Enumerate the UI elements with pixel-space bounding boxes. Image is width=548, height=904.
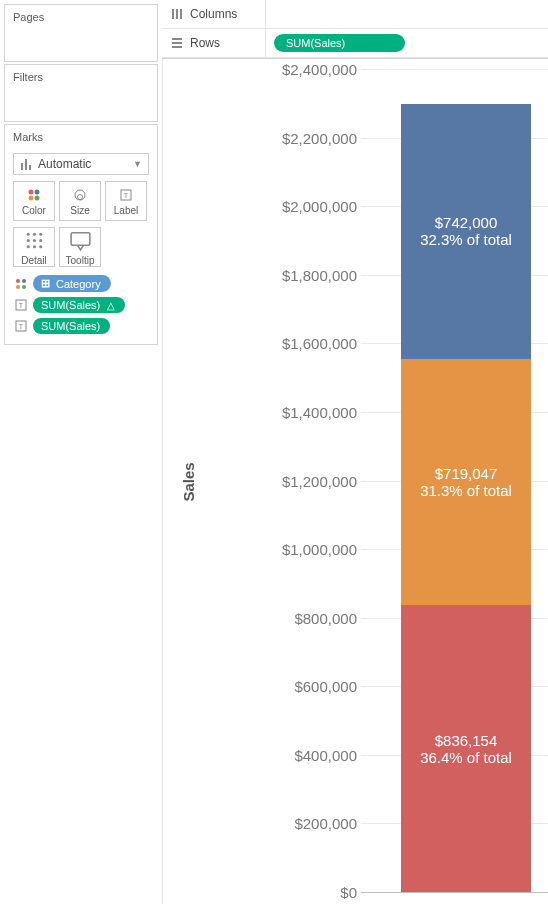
bar-segment[interactable]: $836,15436.4% of total xyxy=(401,605,531,892)
size-icon xyxy=(72,187,88,203)
segment-value: $836,154 xyxy=(435,732,498,749)
y-tick-label: $400,000 xyxy=(294,746,357,763)
svg-point-3 xyxy=(29,189,34,194)
svg-rect-29 xyxy=(172,9,174,19)
color-button[interactable]: Color xyxy=(13,181,55,221)
y-tick-label: $2,000,000 xyxy=(282,198,357,215)
segment-percent: 32.3% of total xyxy=(420,231,512,248)
columns-shelf[interactable]: Columns xyxy=(162,0,548,29)
svg-point-19 xyxy=(39,245,42,248)
right-panel: Columns Rows SUM(Sales) Sales $0$200,000… xyxy=(162,0,548,904)
svg-point-4 xyxy=(35,189,40,194)
svg-point-8 xyxy=(78,194,83,199)
rows-shelf[interactable]: Rows SUM(Sales) xyxy=(162,28,548,58)
svg-rect-31 xyxy=(180,9,182,19)
delta-icon: △ xyxy=(107,300,115,311)
segment-percent: 31.3% of total xyxy=(420,482,512,499)
svg-point-21 xyxy=(16,279,20,283)
svg-point-13 xyxy=(39,233,42,236)
detail-icon xyxy=(22,228,47,253)
svg-rect-34 xyxy=(172,46,182,48)
segment-value: $719,047 xyxy=(435,465,498,482)
svg-rect-0 xyxy=(21,163,23,170)
svg-point-24 xyxy=(22,285,26,289)
stacked-bar[interactable]: $836,15436.4% of total$719,04731.3% of t… xyxy=(401,104,531,892)
svg-rect-32 xyxy=(172,38,182,40)
y-tick-label: $1,800,000 xyxy=(282,266,357,283)
pages-title: Pages xyxy=(5,5,157,29)
svg-rect-33 xyxy=(172,42,182,44)
label-icon: T xyxy=(13,318,29,334)
label-button[interactable]: T Label xyxy=(105,181,147,221)
bar-icon xyxy=(20,157,34,171)
tooltip-icon xyxy=(68,228,93,253)
y-tick-label: $2,400,000 xyxy=(282,61,357,78)
y-tick-label: $200,000 xyxy=(294,815,357,832)
svg-text:T: T xyxy=(19,302,24,309)
rows-icon xyxy=(170,36,184,50)
marks-card: Marks Automatic ▼ Color Size T Label xyxy=(4,124,158,345)
detail-button[interactable]: Detail xyxy=(13,227,55,267)
svg-rect-20 xyxy=(71,233,90,246)
label-icon: T xyxy=(118,187,134,203)
left-sidebar: Pages Filters Marks Automatic ▼ Color Si… xyxy=(0,0,162,904)
svg-point-14 xyxy=(26,239,29,242)
svg-point-5 xyxy=(29,195,34,200)
y-tick-label: $1,400,000 xyxy=(282,403,357,420)
size-button[interactable]: Size xyxy=(59,181,101,221)
segment-value: $742,000 xyxy=(435,214,498,231)
marks-title: Marks xyxy=(5,125,157,149)
columns-label: Columns xyxy=(190,7,237,21)
y-tick-label: $1,600,000 xyxy=(282,335,357,352)
filters-title: Filters xyxy=(5,65,157,89)
marks-type-dropdown[interactable]: Automatic ▼ xyxy=(13,153,149,175)
filters-card[interactable]: Filters xyxy=(4,64,158,122)
svg-point-17 xyxy=(26,245,29,248)
pages-card[interactable]: Pages xyxy=(4,4,158,62)
chevron-down-icon: ▼ xyxy=(133,159,142,169)
svg-point-15 xyxy=(32,239,35,242)
rows-pill-sumsales[interactable]: SUM(Sales) xyxy=(274,34,405,52)
shelves: Columns Rows SUM(Sales) xyxy=(162,0,548,59)
rows-drop-zone[interactable]: SUM(Sales) xyxy=(266,34,548,52)
svg-point-18 xyxy=(32,245,35,248)
chart-area[interactable]: Sales $0$200,000$400,000$600,000$800,000… xyxy=(162,59,548,904)
rows-label: Rows xyxy=(190,36,220,50)
y-tick-label: $2,200,000 xyxy=(282,129,357,146)
bar-segment[interactable]: $719,04731.3% of total xyxy=(401,359,531,606)
columns-icon xyxy=(170,7,184,21)
svg-text:T: T xyxy=(19,323,24,330)
svg-point-12 xyxy=(32,233,35,236)
pill-sumsales-1[interactable]: SUM(Sales)△ xyxy=(33,297,125,313)
y-tick-label: $1,200,000 xyxy=(282,472,357,489)
pill-category[interactable]: ⊞Category xyxy=(33,275,111,292)
svg-rect-1 xyxy=(25,159,27,170)
plot-region: $0$200,000$400,000$600,000$800,000$1,000… xyxy=(201,69,548,892)
grid-line xyxy=(361,892,548,893)
color-icon xyxy=(26,187,42,203)
y-tick-label: $1,000,000 xyxy=(282,541,357,558)
svg-point-22 xyxy=(22,279,26,283)
svg-point-11 xyxy=(26,233,29,236)
marks-type-label: Automatic xyxy=(38,157,91,171)
svg-rect-2 xyxy=(29,165,31,170)
svg-point-6 xyxy=(35,195,40,200)
grid-line xyxy=(361,69,548,70)
tooltip-button[interactable]: Tooltip xyxy=(59,227,101,267)
y-tick-label: $0 xyxy=(340,884,357,901)
pill-sumsales-2-row[interactable]: T SUM(Sales) xyxy=(13,318,149,334)
bar-segment[interactable]: $742,00032.3% of total xyxy=(401,104,531,358)
y-tick-label: $600,000 xyxy=(294,678,357,695)
label-icon: T xyxy=(13,297,29,313)
svg-point-16 xyxy=(39,239,42,242)
y-axis-label: Sales xyxy=(180,462,197,501)
pill-category-row[interactable]: ⊞Category xyxy=(13,275,149,292)
pill-sumsales-1-row[interactable]: T SUM(Sales)△ xyxy=(13,297,149,313)
svg-rect-30 xyxy=(176,9,178,19)
plus-icon: ⊞ xyxy=(41,277,50,290)
pill-sumsales-2[interactable]: SUM(Sales) xyxy=(33,318,110,334)
y-tick-label: $800,000 xyxy=(294,609,357,626)
svg-text:T: T xyxy=(124,191,129,200)
svg-point-23 xyxy=(16,285,20,289)
segment-percent: 36.4% of total xyxy=(420,749,512,766)
